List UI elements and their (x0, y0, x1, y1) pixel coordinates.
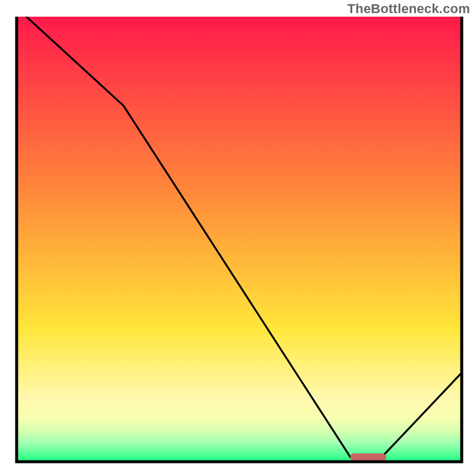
gradient-background (17, 17, 462, 462)
watermark-label: TheBottleneck.com (347, 1, 470, 17)
chart-stage: { "watermark": "TheBottleneck.com", "col… (0, 0, 476, 476)
bottleneck-chart (0, 0, 476, 476)
optimal-marker (350, 454, 386, 461)
